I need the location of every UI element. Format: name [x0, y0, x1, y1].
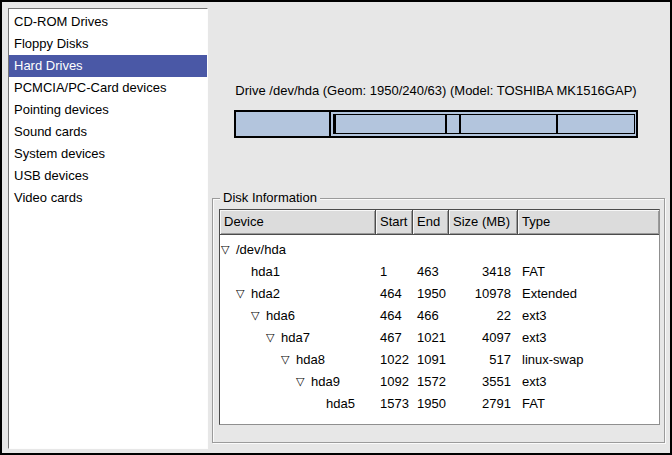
sidebar-item-usb-devices[interactable]: USB devices [9, 165, 207, 187]
sidebar-item-pcmcia-pc-card-devices[interactable]: PCMCIA/PC-Card devices [9, 77, 207, 99]
disk-information-groupbox: Disk Information Device Start End Size (… [212, 198, 665, 443]
tree-indent [220, 271, 236, 272]
cell-size: 10978 [449, 286, 518, 301]
column-header-start[interactable]: Start [376, 210, 413, 235]
sidebar-item-hard-drives[interactable]: Hard Drives [9, 55, 207, 77]
cell-type: FAT [518, 396, 659, 411]
cell-device: ▽ hda2 [220, 286, 376, 301]
cell-end: 466 [413, 308, 449, 323]
partition-segment-hda7 [336, 115, 447, 133]
cell-end: 1572 [413, 374, 449, 389]
table-row-hda2[interactable]: ▽ hda2 464 1950 10978 Extended [220, 282, 659, 304]
cell-device: ▽ hda9 [220, 374, 376, 389]
cell-start: 464 [376, 286, 413, 301]
cell-start: 1092 [376, 374, 413, 389]
table-row--dev-hda[interactable]: ▽ /dev/hda [220, 238, 659, 260]
table-row-hda5[interactable]: hda5 1573 1950 2791 FAT [220, 392, 659, 414]
device-label: hda8 [296, 352, 325, 367]
tree-indent [220, 337, 266, 338]
sidebar-item-video-cards[interactable]: Video cards [9, 187, 207, 209]
partition-segment-hda1 [236, 112, 331, 136]
sidebar-item-label: Hard Drives [14, 58, 83, 73]
cell-size: 22 [449, 308, 518, 323]
expander-triangle-icon[interactable]: ▽ [296, 374, 311, 389]
cell-size: 2791 [449, 396, 518, 411]
cell-type: linux-swap [518, 352, 659, 367]
cell-end: 1021 [413, 330, 449, 345]
sidebar-item-pointing-devices[interactable]: Pointing devices [9, 99, 207, 121]
sidebar-item-label: Pointing devices [14, 102, 109, 117]
device-category-list: CD-ROM Drives Floppy Disks Hard Drives P… [8, 8, 208, 449]
column-header-end[interactable]: End [413, 210, 449, 235]
tree-indent [220, 381, 296, 382]
sidebar-item-cd-rom-drives[interactable]: CD-ROM Drives [9, 11, 207, 33]
disk-information-title: Disk Information [220, 190, 320, 206]
partition-bar [234, 110, 638, 138]
sidebar-item-system-devices[interactable]: System devices [9, 143, 207, 165]
partition-table: Device Start End Size (MB) Type ▽ /dev/h… [219, 209, 660, 425]
cell-type: ext3 [518, 330, 659, 345]
cell-size: 517 [449, 352, 518, 367]
cell-start: 1 [376, 264, 413, 279]
sidebar-item-floppy-disks[interactable]: Floppy Disks [9, 33, 207, 55]
expander-triangle-icon[interactable]: ▽ [281, 352, 296, 367]
expander-triangle-icon[interactable]: ▽ [236, 286, 251, 301]
device-label: hda9 [311, 374, 340, 389]
sidebar-item-sound-cards[interactable]: Sound cards [9, 121, 207, 143]
tree-indent [220, 403, 311, 404]
column-header-device[interactable]: Device [220, 210, 376, 235]
partition-segment-hda8 [447, 115, 461, 133]
expander-triangle-icon[interactable]: ▽ [251, 308, 266, 323]
cell-device: ▽ hda6 [220, 308, 376, 323]
sidebar-item-label: PCMCIA/PC-Card devices [14, 80, 166, 95]
cell-device: hda1 [220, 264, 376, 279]
table-row-hda7[interactable]: ▽ hda7 467 1021 4097 ext3 [220, 326, 659, 348]
cell-size: 3551 [449, 374, 518, 389]
expander-triangle-icon[interactable]: ▽ [266, 330, 281, 345]
cell-end: 1950 [413, 396, 449, 411]
tree-indent [220, 315, 251, 316]
cell-device: ▽ /dev/hda [220, 242, 376, 257]
column-header-type[interactable]: Type [518, 210, 659, 235]
cell-type: ext3 [518, 308, 659, 323]
expander-triangle-icon[interactable]: ▽ [221, 242, 236, 257]
hardware-browser-window: CD-ROM Drives Floppy Disks Hard Drives P… [0, 0, 672, 455]
cell-start: 467 [376, 330, 413, 345]
partition-table-header: Device Start End Size (MB) Type [220, 210, 659, 235]
cell-type: ext3 [518, 374, 659, 389]
table-row-hda9[interactable]: ▽ hda9 1092 1572 3551 ext3 [220, 370, 659, 392]
sidebar-item-label: Floppy Disks [14, 36, 88, 51]
device-label: /dev/hda [236, 242, 286, 257]
drive-title: Drive /dev/hda (Geom: 1950/240/63) (Mode… [234, 83, 638, 98]
cell-device: ▽ hda7 [220, 330, 376, 345]
cell-end: 1091 [413, 352, 449, 367]
partition-segment-hda2-extended [333, 114, 635, 134]
table-row-hda1[interactable]: hda1 1 463 3418 FAT [220, 260, 659, 282]
sidebar-item-label: USB devices [14, 168, 88, 183]
partition-segment-hda5 [558, 115, 634, 133]
cell-type: Extended [518, 286, 659, 301]
partition-table-body: ▽ /dev/hda hda1 1 463 3418 FAT ▽ hda2 46… [220, 235, 659, 414]
partition-segment-hda9 [461, 115, 558, 133]
cell-type: FAT [518, 264, 659, 279]
table-row-hda6[interactable]: ▽ hda6 464 466 22 ext3 [220, 304, 659, 326]
tree-indent [220, 359, 281, 360]
tree-indent [220, 293, 236, 294]
device-label: hda5 [326, 396, 355, 411]
column-header-size-mb-[interactable]: Size (MB) [449, 210, 518, 235]
sidebar-item-label: Video cards [14, 190, 82, 205]
cell-size: 4097 [449, 330, 518, 345]
device-label: hda1 [251, 264, 280, 279]
cell-device: ▽ hda8 [220, 352, 376, 367]
sidebar-item-label: System devices [14, 146, 105, 161]
cell-end: 1950 [413, 286, 449, 301]
table-row-hda8[interactable]: ▽ hda8 1022 1091 517 linux-swap [220, 348, 659, 370]
sidebar-item-label: Sound cards [14, 124, 87, 139]
cell-start: 464 [376, 308, 413, 323]
device-label: hda6 [266, 308, 295, 323]
device-label: hda7 [281, 330, 310, 345]
cell-start: 1022 [376, 352, 413, 367]
device-label: hda2 [251, 286, 280, 301]
cell-start: 1573 [376, 396, 413, 411]
cell-device: hda5 [220, 396, 376, 411]
